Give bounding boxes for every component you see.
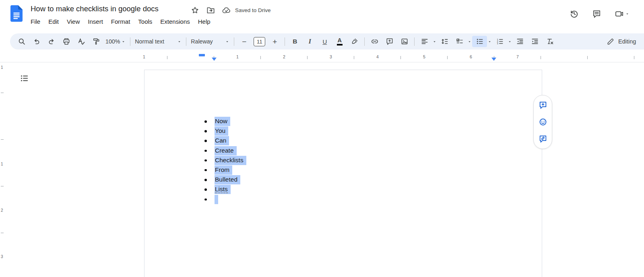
video-camera-icon — [615, 9, 624, 19]
align-button[interactable] — [417, 36, 432, 47]
font-size-input[interactable]: 11 — [254, 37, 265, 46]
clear-formatting-button[interactable] — [542, 36, 557, 47]
editing-mode-button[interactable]: Editing — [607, 33, 636, 50]
increase-indent-button[interactable] — [527, 36, 542, 47]
menu-extensions[interactable]: Extensions — [156, 17, 194, 27]
svg-text:3: 3 — [497, 42, 498, 45]
comments-button[interactable] — [592, 9, 601, 19]
first-line-indent-marker[interactable] — [199, 54, 205, 56]
star-button[interactable] — [190, 6, 200, 15]
checklist-icon — [456, 37, 464, 45]
document-title[interactable]: How to make checklists in google docs — [31, 4, 159, 13]
bold-button[interactable]: B — [287, 36, 302, 47]
list-item[interactable]: Bulleted — [202, 175, 246, 185]
ruler-number: 2 — [1, 208, 3, 213]
decrease-indent-button[interactable] — [512, 36, 527, 47]
list-item-text: Bulleted — [215, 176, 237, 183]
list-item[interactable]: Checklists — [202, 156, 246, 165]
font-select[interactable]: Raleway — [189, 36, 231, 47]
suggest-edits-button[interactable] — [539, 134, 547, 143]
print-button[interactable] — [59, 36, 74, 47]
decrease-font-size-button[interactable]: − — [237, 36, 252, 47]
video-call-options-button[interactable] — [625, 12, 630, 16]
image-icon — [400, 37, 409, 45]
right-indent-marker[interactable] — [491, 58, 496, 61]
selection-highlight: Lists — [215, 185, 231, 194]
ruler-number: 5 — [423, 54, 425, 59]
menu-view[interactable]: View — [63, 17, 84, 27]
list-item[interactable]: Now — [202, 117, 246, 126]
saved-status-button[interactable] — [222, 6, 231, 15]
version-history-button[interactable] — [570, 9, 579, 19]
emoji-reaction-button[interactable] — [539, 118, 547, 126]
bulleted-list-options-button[interactable] — [487, 36, 492, 47]
list-item[interactable] — [202, 195, 246, 205]
align-options-button[interactable] — [432, 36, 437, 47]
chevron-down-icon — [225, 39, 229, 44]
search-icon — [18, 37, 26, 45]
italic-button[interactable]: I — [302, 36, 317, 47]
docs-logo-icon[interactable] — [10, 5, 23, 22]
add-comment-button[interactable] — [382, 36, 397, 47]
left-indent-marker[interactable] — [212, 58, 217, 61]
bulleted-list-icon — [476, 37, 484, 45]
menu-bar: File Edit View Insert Format Tools Exten… — [27, 17, 215, 27]
underline-button[interactable]: U — [317, 36, 332, 47]
increase-font-size-button[interactable]: + — [267, 36, 282, 47]
numbered-list-options-button[interactable] — [507, 36, 512, 47]
paragraph-style-select[interactable]: Normal text — [133, 36, 184, 47]
undo-button[interactable] — [29, 36, 44, 47]
list-item[interactable]: From — [202, 165, 246, 175]
menu-insert[interactable]: Insert — [84, 17, 107, 27]
history-icon — [570, 9, 579, 19]
line-spacing-button[interactable] — [437, 36, 452, 47]
highlight-color-button[interactable] — [347, 36, 362, 47]
move-button[interactable] — [206, 6, 215, 15]
text-color-button[interactable]: A — [332, 36, 347, 47]
checklist-button[interactable] — [452, 36, 467, 47]
menu-file[interactable]: File — [27, 17, 44, 27]
insert-comment-side-button[interactable] — [539, 101, 547, 110]
menu-tools[interactable]: Tools — [134, 17, 156, 27]
selection-highlight — [215, 195, 218, 204]
ruler-number: 1 — [143, 54, 145, 59]
search-menus-button[interactable] — [14, 36, 29, 47]
list-item[interactable]: Lists — [202, 185, 246, 194]
menu-edit[interactable]: Edit — [44, 17, 63, 27]
list-item-text: Create — [215, 147, 234, 154]
list-item[interactable]: Can — [202, 136, 246, 146]
clear-formatting-icon — [546, 37, 554, 45]
checklist-options-button[interactable] — [467, 36, 472, 47]
print-icon — [62, 37, 70, 45]
ruler-number: 7 — [516, 54, 519, 59]
ruler-number: 6 — [470, 54, 472, 59]
bulleted-list-button[interactable] — [472, 36, 487, 47]
ruler-number: 3 — [1, 254, 3, 259]
toolbar-divider — [364, 37, 365, 46]
selection-highlight: Checklists — [215, 156, 246, 165]
paint-format-button[interactable] — [89, 36, 103, 47]
list-item[interactable]: Create — [202, 146, 246, 156]
video-call-button[interactable] — [615, 9, 624, 19]
list-item-text: Now — [215, 118, 227, 124]
list-item[interactable]: You — [202, 126, 246, 136]
menu-help[interactable]: Help — [194, 17, 215, 27]
numbered-list-button[interactable]: 123 — [492, 36, 507, 47]
chevron-down-icon — [467, 39, 472, 44]
ruler-number: 1 — [1, 162, 3, 166]
insert-link-button[interactable] — [367, 36, 382, 47]
document-outline-icon — [20, 74, 29, 83]
insert-image-button[interactable] — [397, 36, 412, 47]
show-outline-button[interactable] — [19, 72, 30, 84]
menu-format[interactable]: Format — [107, 17, 134, 27]
zoom-select[interactable]: 100% — [103, 36, 128, 47]
line-spacing-icon — [441, 37, 449, 45]
redo-button[interactable] — [44, 36, 59, 47]
toolbar-divider — [285, 37, 285, 46]
redo-icon — [47, 37, 56, 45]
selection-highlight: Bulleted — [215, 175, 240, 184]
selection-highlight: Can — [215, 136, 229, 145]
spellcheck-button[interactable] — [74, 36, 89, 47]
chevron-down-icon — [625, 12, 630, 16]
chevron-down-icon — [508, 39, 512, 44]
